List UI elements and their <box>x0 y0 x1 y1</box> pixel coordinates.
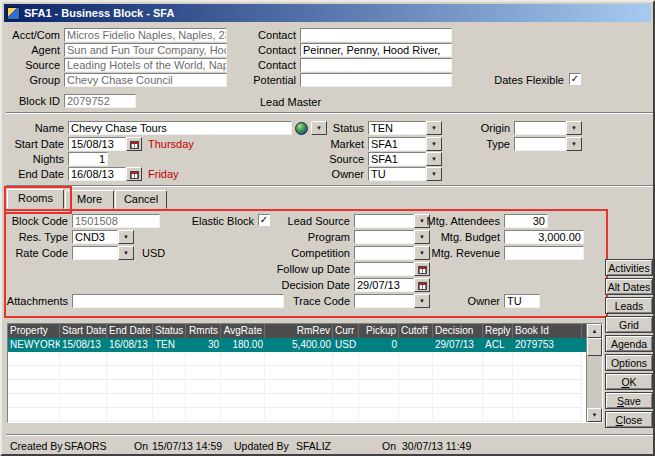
grid-cell: 16/08/13 <box>107 338 153 352</box>
source-label: Source <box>324 153 364 166</box>
grid-header-col-2[interactable]: End Date <box>107 324 153 338</box>
created-by-label: Created By <box>10 440 63 452</box>
side-button-close[interactable]: Close <box>605 411 653 428</box>
grid-cell <box>359 352 399 366</box>
grid-row-empty[interactable] <box>8 366 586 380</box>
dates-flexible-checkbox[interactable] <box>569 73 581 85</box>
side-button-grid[interactable]: Grid <box>605 316 653 333</box>
trace-code-field[interactable] <box>354 294 414 308</box>
status-dropdown-arrow-icon[interactable]: ▼ <box>426 121 442 135</box>
market-field[interactable]: SFA1 <box>368 137 426 151</box>
grid-row-empty[interactable] <box>8 394 586 408</box>
updated-on-value: 30/07/13 11:49 <box>402 440 471 452</box>
grid-header-col-3[interactable]: Status <box>153 324 186 338</box>
elastic-block-checkbox[interactable] <box>258 214 270 226</box>
tab-more[interactable]: More <box>65 190 114 209</box>
grid-header-col-9[interactable]: Cutoff <box>399 324 433 338</box>
grid-header-col-6[interactable]: RmRev <box>265 324 333 338</box>
grid-cell <box>107 380 153 394</box>
res-type-field[interactable]: CND3 <box>72 230 118 244</box>
agent-label: Agent <box>4 44 60 57</box>
grid-row-empty[interactable] <box>8 408 586 422</box>
mtg-attendees-field[interactable]: 30 <box>504 214 548 228</box>
grid-header-col-4[interactable]: Rmnts <box>186 324 221 338</box>
follow-up-date-field[interactable] <box>354 262 414 276</box>
end-date-calendar-icon[interactable] <box>126 167 142 181</box>
side-button-save[interactable]: Save <box>605 392 653 409</box>
mtg-budget-field[interactable]: 3,000.00 <box>504 230 584 244</box>
side-button-leads[interactable]: Leads <box>605 297 653 314</box>
side-button-alt-dates[interactable]: Alt Dates <box>605 278 653 295</box>
app-icon[interactable] <box>7 7 20 20</box>
program-field[interactable] <box>354 230 414 244</box>
agent-field[interactable]: Sun and Fun Tour Company, Hood Ri <box>64 43 227 57</box>
grid-header-col-11[interactable]: Reply <box>483 324 513 338</box>
contact3-field[interactable] <box>300 58 452 72</box>
status-field[interactable]: TEN <box>368 121 426 135</box>
origin-field[interactable] <box>514 121 566 135</box>
side-button-agenda[interactable]: Agenda <box>605 335 653 352</box>
scroll-down-icon[interactable]: ▼ <box>587 408 602 422</box>
grid-header-col-1[interactable]: Start Date <box>60 324 107 338</box>
follow-up-date-calendar-icon[interactable] <box>414 262 430 276</box>
scroll-track[interactable] <box>587 356 602 408</box>
decision-date-calendar-icon[interactable] <box>414 278 430 292</box>
grid-header-col-7[interactable]: Curr <box>333 324 359 338</box>
grid-header-col-12[interactable]: Book Id <box>513 324 582 338</box>
titlebar[interactable]: SFA1 - Business Block - SFA <box>4 4 651 22</box>
res-type-dropdown-arrow-icon[interactable]: ▼ <box>118 230 134 244</box>
market-dropdown-arrow-icon[interactable]: ▼ <box>426 137 442 151</box>
tab-rooms[interactable]: Rooms <box>7 189 64 209</box>
nights-field[interactable]: 1 <box>68 152 108 166</box>
grid-cell <box>153 380 186 394</box>
globe-icon[interactable] <box>295 122 308 135</box>
mtg-revenue-field[interactable] <box>504 246 584 260</box>
acct-com-field[interactable]: Micros Fidelio Naples, Naples, 239-6 <box>64 28 227 42</box>
grid-cell <box>221 394 265 408</box>
rooms-owner-field[interactable]: TU <box>504 294 540 308</box>
end-date-field[interactable]: 16/08/13 <box>68 167 126 181</box>
grid-header-col-10[interactable]: Decision <box>433 324 483 338</box>
start-date-field[interactable]: 15/08/13 <box>68 137 126 151</box>
grid-cell <box>153 408 186 422</box>
decision-date-field[interactable]: 29/07/13 <box>354 278 414 292</box>
grid-header-col-0[interactable]: Property <box>8 324 60 338</box>
grid-header-col-5[interactable]: AvgRate <box>221 324 265 338</box>
nights-label: Nights <box>4 153 64 166</box>
name-field[interactable]: Chevy Chase Tours <box>68 121 292 135</box>
origin-dropdown-arrow-icon[interactable]: ▼ <box>566 121 582 135</box>
scroll-thumb[interactable] <box>587 338 602 356</box>
contact2-field[interactable]: Peinner, Penny, Hood River, <box>300 43 452 57</box>
block-code-field[interactable]: 1501508 <box>72 214 160 228</box>
scroll-up-icon[interactable]: ▲ <box>587 324 602 338</box>
grid-row-selected[interactable]: NEWYORK15/08/1316/08/13TEN30180.005,400.… <box>8 338 586 352</box>
owner-dropdown-arrow-icon[interactable]: ▼ <box>426 167 442 181</box>
source-field[interactable]: SFA1 <box>368 152 426 166</box>
competition-field[interactable] <box>354 246 414 260</box>
source-dropdown-arrow-icon[interactable]: ▼ <box>426 152 442 166</box>
grid-row-empty[interactable] <box>8 380 586 394</box>
start-date-calendar-icon[interactable] <box>126 137 142 151</box>
attachments-field[interactable] <box>72 294 284 308</box>
type-dropdown-arrow-icon[interactable]: ▼ <box>566 137 582 151</box>
lead-source-field[interactable] <box>354 214 414 228</box>
grid-row-empty[interactable] <box>8 352 586 366</box>
source-company-field[interactable]: Leading Hotels of the World, Naples, <box>64 58 227 72</box>
grid-cell <box>8 408 60 422</box>
grid-scrollbar[interactable]: ▲ ▼ <box>586 324 602 422</box>
contact1-field[interactable] <box>300 28 452 42</box>
group-field[interactable]: Chevy Chase Council <box>64 73 227 87</box>
elastic-block-label: Elastic Block <box>180 215 254 228</box>
tab-cancel[interactable]: Cancel <box>115 190 167 209</box>
side-button-activities[interactable]: Activities <box>605 259 653 276</box>
side-button-options[interactable]: Options <box>605 354 653 371</box>
side-buttons: ActivitiesAlt DatesLeadsGridAgendaOption… <box>605 259 653 428</box>
grid-cell <box>433 366 483 380</box>
rate-code-dropdown-arrow-icon[interactable]: ▼ <box>118 246 134 260</box>
grid-header-col-8[interactable]: Pickup <box>359 324 399 338</box>
rate-code-field[interactable] <box>72 246 118 260</box>
side-button-ok[interactable]: OK <box>605 373 653 390</box>
type-field[interactable] <box>514 137 566 151</box>
owner-field[interactable]: TU <box>368 167 426 181</box>
potential-field[interactable] <box>300 73 452 87</box>
